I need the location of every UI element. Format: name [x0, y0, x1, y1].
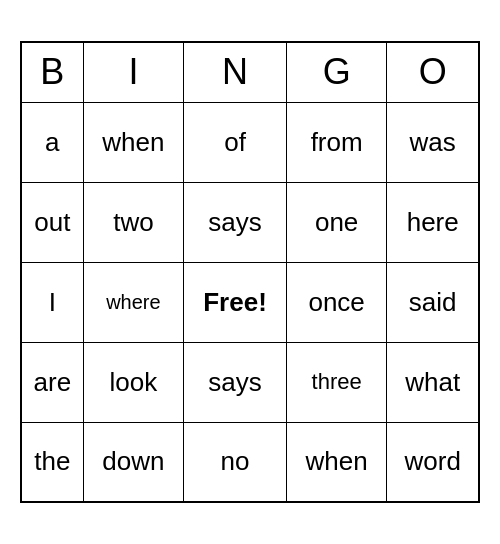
cell-1-2: says [184, 182, 287, 262]
table-row: I where Free! once said [21, 262, 479, 342]
cell-3-2: says [184, 342, 287, 422]
cell-1-1: two [83, 182, 183, 262]
cell-0-0: a [21, 102, 83, 182]
header-n: N [184, 42, 287, 102]
cell-3-1: look [83, 342, 183, 422]
header-b: B [21, 42, 83, 102]
cell-1-3: one [286, 182, 386, 262]
cell-4-2: no [184, 422, 287, 502]
cell-4-0: the [21, 422, 83, 502]
bingo-card: B I N G O a when of from was out two say… [20, 41, 480, 503]
table-row: are look says three what [21, 342, 479, 422]
cell-3-4: what [387, 342, 479, 422]
cell-3-0: are [21, 342, 83, 422]
cell-2-4: said [387, 262, 479, 342]
cell-0-1: when [83, 102, 183, 182]
header-g: G [286, 42, 386, 102]
cell-4-3: when [286, 422, 386, 502]
cell-1-4: here [387, 182, 479, 262]
cell-0-2: of [184, 102, 287, 182]
cell-3-3: three [286, 342, 386, 422]
cell-4-4: word [387, 422, 479, 502]
table-row: out two says one here [21, 182, 479, 262]
table-row: the down no when word [21, 422, 479, 502]
header-o: O [387, 42, 479, 102]
cell-2-1: where [83, 262, 183, 342]
bingo-body: a when of from was out two says one here… [21, 102, 479, 502]
cell-2-0: I [21, 262, 83, 342]
table-row: a when of from was [21, 102, 479, 182]
cell-0-4: was [387, 102, 479, 182]
header-i: I [83, 42, 183, 102]
free-cell: Free! [184, 262, 287, 342]
cell-4-1: down [83, 422, 183, 502]
bingo-header-row: B I N G O [21, 42, 479, 102]
cell-2-3: once [286, 262, 386, 342]
cell-1-0: out [21, 182, 83, 262]
cell-0-3: from [286, 102, 386, 182]
